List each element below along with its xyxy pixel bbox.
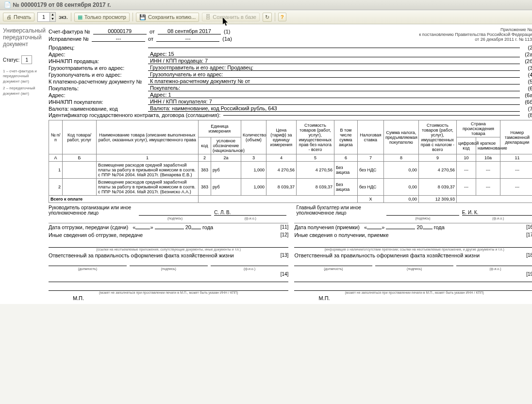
field-value: Грузоотправитель и его адрес: Продавец: <box>148 65 520 71</box>
field-num: (7) <box>520 106 532 112</box>
print-label: Печать <box>14 14 31 20</box>
col-num: 10 <box>456 154 476 162</box>
field-num: (5) <box>520 79 532 84</box>
total-tax: 0,00 <box>383 196 418 203</box>
ot-label2: от <box>148 36 153 42</box>
field-value <box>148 48 520 48</box>
mp-label: М.П. <box>73 295 289 301</box>
status-value-box[interactable]: 1 <box>21 55 32 64</box>
recv-hint: (информация о наличии/отсутствии претенз… <box>294 248 532 251</box>
spin-up[interactable]: ▲ <box>50 13 55 17</box>
copies-spinner[interactable]: ▲▼ <box>37 12 56 22</box>
refresh-icon: ↻ <box>265 14 269 20</box>
field-row: Грузополучатель и его адрес:Грузополучат… <box>49 71 532 78</box>
window-title: № 00000179 от 08 сентября 2017 г. <box>13 1 111 8</box>
col-num: 11 <box>500 154 532 162</box>
field-value: Грузополучатель и его адрес: <box>148 71 520 78</box>
sig-head-name: С. Л. В. <box>214 210 286 216</box>
field-num: (6а) <box>520 92 532 98</box>
refresh-button[interactable]: ↻ <box>263 13 272 22</box>
quote-open2: « <box>364 224 367 230</box>
th-total: Стоимость товаров (работ, услуг), имущес… <box>418 120 456 154</box>
field-num: (6) <box>520 85 532 91</box>
field-row: Валюта: наименование, кодВалюта: наимено… <box>49 105 532 112</box>
table-row: 2Возмещение расходов средней заработной … <box>49 179 532 196</box>
save-db-label: Сохранить в базе <box>213 14 256 20</box>
col-num: А <box>49 154 62 162</box>
ref-17: [17] <box>526 232 532 237</box>
th-unit: Единица измерения <box>198 120 241 137</box>
year20b: 20 <box>416 224 422 230</box>
col-num: 1 <box>96 154 198 162</box>
field-row: К платежно-расчетному документу №К плате… <box>49 78 532 84</box>
dolzh2: (должность) <box>294 267 372 270</box>
field-num: (6б) <box>520 99 532 105</box>
db-icon: 🗄 <box>205 14 211 20</box>
copies-suffix: экз. <box>59 14 68 20</box>
separator <box>275 13 275 21</box>
mp-hint2: (может не заполняться при проставлении п… <box>294 291 532 294</box>
quote-close2: » <box>382 224 384 230</box>
help-button[interactable]: ? <box>278 13 286 21</box>
col-num: 6 <box>334 154 357 162</box>
th-name: Наименование товара (описание выполненны… <box>96 120 198 154</box>
invoice-label: Счет-фактура № <box>49 29 90 34</box>
field-num: (3) <box>520 65 532 71</box>
doc-type-line2: передаточный <box>3 34 46 41</box>
table-icon: ▦ <box>78 14 83 20</box>
th-qty: Количество (объем) <box>241 120 266 154</box>
status-label: Статус: <box>3 57 19 63</box>
shipment-column: Дата отгрузки, передачи (сдачи) «» 20 го… <box>49 223 289 301</box>
recv-date-label: Дата получения (приемки) <box>294 224 359 230</box>
field-num: (2а) <box>520 51 532 57</box>
field-label: Покупатель: <box>49 85 148 91</box>
year-label2: года <box>434 224 445 230</box>
field-label: Грузополучатель и его адрес: <box>49 72 148 78</box>
receipt-column: Дата получения (приемки) «» 20 года [16]… <box>294 223 532 301</box>
col-num: 7 <box>357 154 383 162</box>
mp-hint: (может не заполняться при проставлении п… <box>49 291 289 294</box>
th-npp: № п/п <box>49 120 62 154</box>
th-tax: Сумма налога, предъявляемая покупателю <box>383 120 418 154</box>
fio4: (ф.и.о.) <box>456 267 532 270</box>
podpis4: (подпись) <box>375 267 453 270</box>
th-unit-code: код <box>198 137 211 154</box>
sig-podpis2: (подпись) <box>386 217 459 220</box>
field-label: Адрес: <box>49 51 148 57</box>
mp-label2: М.П. <box>318 295 532 301</box>
quote-open: « <box>133 224 135 230</box>
appendix-line1: Приложение №1 <box>419 27 532 32</box>
view-only-button[interactable]: ▦ Только просмотр <box>74 13 130 22</box>
th-price: Цена (тариф) за единицу измерения <box>266 120 296 154</box>
ship-date-label: Дата отгрузки, передачи (сдачи) <box>49 224 128 230</box>
field-value: ИНН / КПП покупателя: 7 <box>148 99 520 105</box>
doc-type-line1: Универсальный <box>3 27 46 34</box>
field-label: Идентификатор государственного контракта… <box>49 112 220 118</box>
field-num: (2б) <box>520 58 532 64</box>
ref-11: [11] <box>281 224 289 230</box>
view-only-label: Только просмотр <box>84 14 126 20</box>
th-country-name: краткое наименование <box>476 137 500 154</box>
printer-icon: 🖨 <box>6 14 12 20</box>
field-label: Адрес: <box>49 92 148 98</box>
th-code: Код товара/ работ, услуг <box>62 120 96 154</box>
ref-13: [13] <box>281 252 289 258</box>
copies-input[interactable] <box>38 13 50 21</box>
appendix-line3: от 26 декабря 2011 г. № 1137 <box>419 37 532 42</box>
appendix-note: Приложение №1 к постановлению Правительс… <box>419 27 532 42</box>
field-row: Грузоотправитель и его адрес:Грузоотправ… <box>49 65 532 71</box>
field-row: Адрес:Адрес: 1(6а) <box>49 92 532 98</box>
separator <box>71 13 71 21</box>
col-num: 10а <box>476 154 500 162</box>
field-row: ИНН/КПП покупателя:ИНН / КПП покупателя:… <box>49 99 532 105</box>
save-copy-button[interactable]: 💾 Сохранить копию... <box>136 13 199 22</box>
print-button[interactable]: 🖨 Печать <box>3 13 34 21</box>
field-num: (4) <box>520 72 532 78</box>
save-db-button[interactable]: 🗄 Сохранить в базе <box>202 13 260 21</box>
spin-down[interactable]: ▼ <box>50 17 55 21</box>
field-value: Адрес: 15 <box>148 51 520 57</box>
doc-type-line3: документ <box>3 41 46 48</box>
field-label: ИНН/КПП продавца: <box>49 58 148 64</box>
sig-fio2: (ф.и.о.) <box>462 217 532 220</box>
field-value: Покупатель: <box>148 85 520 91</box>
